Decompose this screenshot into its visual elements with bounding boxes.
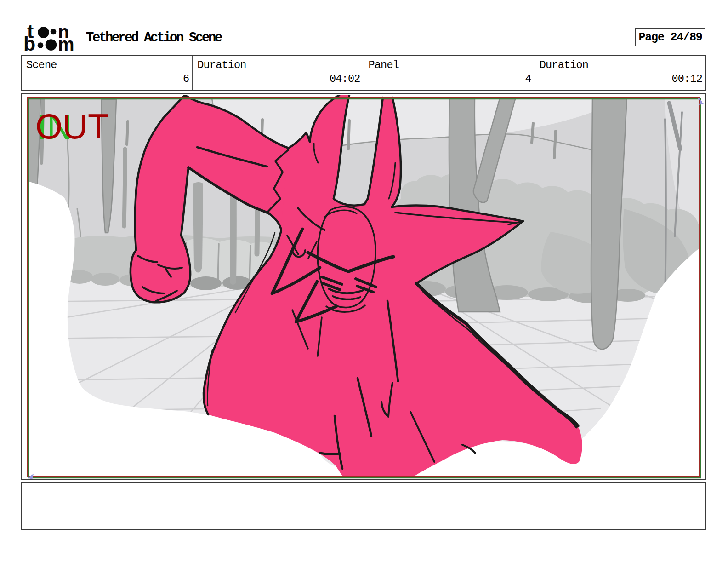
svg-text:m: m	[58, 34, 74, 52]
svg-text:b: b	[23, 33, 35, 52]
svg-text:OUT: OUT	[35, 107, 109, 146]
